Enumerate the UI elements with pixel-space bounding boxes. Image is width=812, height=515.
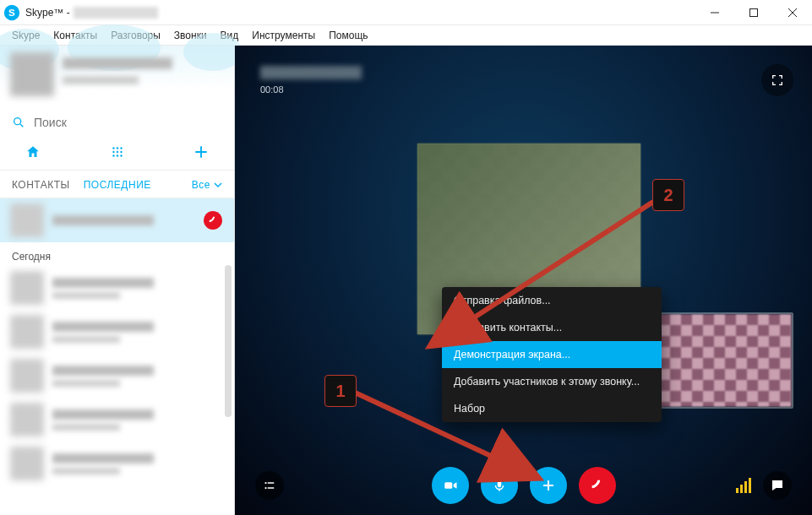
recent-item[interactable]	[0, 442, 234, 485]
svg-rect-17	[444, 482, 452, 489]
window-maximize-button[interactable]	[734, 0, 773, 25]
recent-filter-label: Все	[192, 179, 210, 191]
contact-name	[52, 453, 154, 464]
svg-point-8	[116, 151, 117, 153]
svg-rect-16	[268, 487, 275, 489]
recent-item[interactable]	[0, 266, 234, 310]
dialpad-icon[interactable]	[110, 144, 125, 163]
svg-rect-15	[268, 482, 275, 484]
svg-point-11	[116, 154, 117, 156]
toggle-mic-button[interactable]	[481, 467, 518, 504]
titlebar: S Skype™ -	[0, 0, 812, 25]
new-conversation-icon[interactable]	[193, 144, 209, 163]
ctx-add-participants[interactable]: Добавить участников к этому звонку...	[442, 368, 662, 395]
svg-point-7	[112, 151, 114, 153]
tab-recent[interactable]: ПОСЛЕДНИЕ	[84, 179, 151, 191]
home-icon[interactable]	[25, 144, 41, 163]
svg-point-4	[112, 147, 114, 149]
svg-point-9	[120, 151, 122, 153]
skype-logo-icon: S	[3, 4, 20, 21]
my-avatar[interactable]	[10, 52, 54, 96]
svg-point-12	[120, 154, 122, 156]
call-options-button[interactable]	[255, 471, 284, 500]
annotation-badge-1: 1	[324, 375, 357, 407]
svg-point-5	[116, 147, 117, 149]
fullscreen-button[interactable]	[761, 64, 793, 96]
call-quality-indicator[interactable]	[736, 478, 751, 493]
search-input[interactable]	[34, 116, 222, 129]
svg-text:S: S	[8, 7, 15, 18]
search-icon	[12, 116, 25, 129]
svg-point-13	[264, 482, 266, 484]
contact-avatar	[10, 403, 44, 436]
section-today: Сегодня	[0, 242, 234, 266]
svg-point-14	[264, 487, 266, 489]
recent-item-active-call[interactable]	[0, 198, 234, 242]
svg-rect-2	[750, 8, 758, 16]
chevron-down-icon	[214, 181, 222, 189]
svg-rect-18	[497, 480, 501, 487]
chat-toggle-button[interactable]	[763, 471, 792, 500]
my-name	[63, 57, 172, 69]
ctx-send-files[interactable]: Отправка файлов...	[442, 287, 662, 314]
annotation-badge-2: 2	[652, 179, 684, 211]
contact-name	[52, 278, 154, 288]
local-video-pip[interactable]	[646, 312, 793, 409]
ctx-share-screen[interactable]: Демонстрация экрана...	[442, 341, 662, 368]
add-action-button[interactable]	[530, 467, 567, 504]
menu-tools[interactable]: Инструменты	[245, 27, 322, 44]
call-peer-name	[260, 66, 362, 79]
call-stage: 00:08 Владимир Белев Отправка файлов... …	[235, 46, 812, 515]
window-minimize-button[interactable]	[695, 0, 734, 25]
search-row[interactable]	[0, 109, 234, 136]
ctx-send-contacts[interactable]: Отправить контакты...	[442, 314, 662, 341]
contact-name	[52, 215, 154, 225]
contact-avatar	[10, 315, 44, 349]
sidebar-scrollbar[interactable]	[225, 265, 232, 417]
recent-item[interactable]	[0, 310, 234, 354]
hangup-button[interactable]	[579, 467, 616, 504]
recent-item[interactable]	[0, 398, 234, 442]
recent-list: Сегодня	[0, 198, 234, 515]
contact-name	[52, 366, 154, 376]
svg-point-6	[120, 147, 122, 149]
menu-help[interactable]: Помощь	[322, 27, 374, 44]
mini-hangup-button[interactable]	[204, 211, 222, 230]
recent-item[interactable]	[0, 354, 234, 398]
recent-filter[interactable]: Все	[192, 179, 222, 191]
contact-avatar	[10, 359, 44, 393]
tab-contacts[interactable]: КОНТАКТЫ	[12, 179, 70, 191]
toggle-video-button[interactable]	[432, 467, 469, 504]
plus-context-menu: Отправка файлов... Отправить контакты...…	[442, 287, 662, 422]
contact-avatar	[10, 447, 44, 480]
contact-avatar	[10, 271, 44, 305]
ctx-dialpad[interactable]: Набор	[442, 395, 662, 422]
svg-point-10	[112, 154, 114, 156]
contact-name	[52, 409, 154, 420]
contact-name	[52, 322, 154, 332]
sidebar: КОНТАКТЫ ПОСЛЕДНИЕ Все Сегодня	[0, 46, 235, 515]
window-title: Skype™ -	[25, 7, 70, 19]
my-status	[63, 76, 139, 84]
contact-avatar	[10, 203, 44, 237]
window-close-button[interactable]	[773, 0, 812, 25]
window-title-username	[74, 7, 158, 19]
call-controls	[235, 471, 812, 500]
svg-point-3	[14, 118, 21, 125]
call-timer: 00:08	[260, 84, 284, 95]
profile-area[interactable]	[0, 46, 234, 109]
